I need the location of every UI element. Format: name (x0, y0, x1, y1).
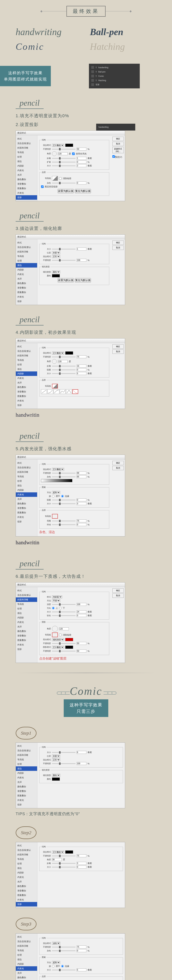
ok-button[interactable]: 确定 (112, 344, 124, 349)
filltype-select[interactable]: 颜色 (52, 270, 60, 274)
size-input[interactable] (77, 751, 87, 754)
side-item[interactable]: 颜色叠加 (16, 385, 37, 390)
blend-select[interactable]: 正片叠底 (52, 851, 64, 854)
angle-dial[interactable] (52, 151, 57, 156)
jitter-slider[interactable] (52, 524, 76, 525)
side-item[interactable]: 颜色叠加 (16, 784, 37, 789)
distance-input[interactable] (77, 157, 87, 160)
side-item[interactable]: 斜面和浮雕 (16, 470, 37, 474)
technique-select[interactable]: 平滑 (52, 599, 60, 602)
side-item[interactable]: 内阴影 (16, 870, 37, 875)
cancel-button[interactable]: 取消 (112, 466, 124, 470)
set-default-button[interactable]: 设置为默认值 (58, 278, 74, 282)
ok-button[interactable]: 确定 (112, 461, 124, 465)
contour-picker[interactable] (52, 176, 58, 181)
contour-preset[interactable] (60, 389, 66, 394)
distance-slider[interactable] (52, 863, 76, 864)
side-item[interactable]: 斜面和浮雕 (16, 944, 37, 948)
technique-select[interactable]: 柔和 (52, 491, 60, 494)
side-item[interactable]: 混合选项:默认 (16, 349, 37, 353)
choke-input[interactable] (77, 498, 87, 501)
opacity-input[interactable] (77, 854, 87, 857)
shadow-select[interactable]: 正片叠底 (52, 646, 64, 649)
contour-picker[interactable] (52, 384, 58, 388)
side-item[interactable]: 等高线 (16, 358, 37, 363)
color-swatch[interactable] (65, 352, 73, 355)
ok-button[interactable]: 确定 (112, 589, 124, 593)
opacity-input[interactable] (77, 148, 87, 151)
reset-button[interactable]: 复位为默认值 (75, 189, 91, 193)
side-item[interactable]: 颜色叠加 (16, 177, 37, 182)
contour-preset[interactable] (66, 389, 72, 394)
side-item[interactable]: 投影 (16, 647, 37, 652)
angle-dial[interactable] (52, 359, 57, 364)
side-item[interactable]: 渐变叠加 (16, 506, 37, 511)
contour-preset-selected[interactable] (72, 389, 78, 394)
side-item-selected[interactable]: 斜面和浮雕 (16, 597, 37, 602)
side-item[interactable]: 纹理 (16, 762, 37, 766)
side-item-selected[interactable]: 投影 (16, 195, 37, 200)
choke-slider[interactable] (52, 369, 76, 370)
side-item[interactable]: 内发光 (16, 775, 37, 780)
side-item[interactable]: 内阴影 (16, 771, 37, 775)
side-item[interactable]: 纹理 (16, 479, 37, 483)
side-item[interactable]: 内发光 (16, 272, 37, 277)
side-item[interactable]: 投影 (16, 519, 37, 524)
source-center-radio[interactable] (52, 495, 55, 498)
side-item[interactable]: 混合选项:默认 (16, 245, 37, 250)
angle-input[interactable] (59, 627, 69, 630)
side-item[interactable]: 斜面和浮雕 (16, 753, 37, 757)
side-item[interactable]: 纹理 (16, 154, 37, 159)
side-item-selected[interactable]: 投影 (16, 902, 37, 907)
global-light-check[interactable] (72, 153, 75, 155)
reset-button[interactable]: 复位为默认值 (75, 278, 91, 282)
color-swatch[interactable] (65, 144, 73, 147)
side-item[interactable]: 样式 (16, 935, 37, 939)
blend-select[interactable]: 正片叠底 (52, 144, 64, 147)
size-slider[interactable] (52, 867, 76, 867)
dir-down-radio[interactable] (59, 607, 62, 609)
highlight-select[interactable]: 线性加深 (52, 638, 64, 641)
size-input[interactable] (77, 969, 87, 971)
side-item[interactable]: 描边 (16, 957, 37, 962)
side-item[interactable]: 颜色叠加 (16, 501, 37, 506)
side-item[interactable]: 渐变叠加 (16, 286, 37, 290)
side-item[interactable]: 投影 (16, 403, 37, 407)
side-item[interactable]: 外发光 (16, 897, 37, 902)
side-item[interactable]: 内阴影 (16, 962, 37, 966)
side-item[interactable]: 纹理 (16, 363, 37, 367)
side-item[interactable]: 样式 (16, 344, 37, 349)
side-item[interactable]: 等高线 (16, 474, 37, 479)
blend-select[interactable]: 正片叠底 (52, 352, 64, 355)
size-slider[interactable] (52, 611, 76, 612)
knockout-check[interactable] (41, 185, 44, 188)
side-item[interactable]: 光泽 (16, 497, 37, 501)
filltype-select[interactable]: 颜色 (52, 774, 60, 777)
side-item[interactable]: 外发光 (16, 643, 37, 647)
side-item[interactable]: 渐变叠加 (16, 888, 37, 893)
opacity-slider[interactable] (52, 260, 76, 261)
side-item[interactable]: 内发光 (16, 620, 37, 624)
side-item[interactable]: 样式 (16, 744, 37, 748)
size-slider[interactable] (52, 503, 76, 504)
noise-slider[interactable] (52, 950, 76, 951)
angle-dial[interactable] (52, 626, 58, 632)
soften-input[interactable] (77, 614, 87, 617)
sh-opacity-input[interactable] (77, 649, 87, 652)
contour-preset[interactable] (54, 389, 59, 394)
side-item[interactable]: 光泽 (16, 971, 37, 975)
blend-select[interactable]: 滤色 (52, 942, 60, 945)
side-item[interactable]: 内阴影 (16, 616, 37, 620)
side-item[interactable]: 颜色叠加 (16, 629, 37, 633)
side-item[interactable]: 图案叠加 (16, 794, 37, 798)
soften-slider[interactable] (52, 615, 76, 616)
cancel-button[interactable]: 取消 (112, 593, 124, 598)
side-item[interactable]: 混合选项:默认 (16, 593, 37, 597)
contour-picker[interactable] (52, 633, 58, 637)
side-item[interactable]: 颜色叠加 (16, 884, 37, 888)
side-item[interactable]: 斜面和浮雕 (16, 353, 37, 358)
blend-select[interactable]: 正常 (52, 255, 60, 258)
hl-opacity-slider[interactable] (52, 643, 76, 644)
angle-input[interactable] (58, 152, 68, 155)
size-slider[interactable] (52, 970, 76, 970)
